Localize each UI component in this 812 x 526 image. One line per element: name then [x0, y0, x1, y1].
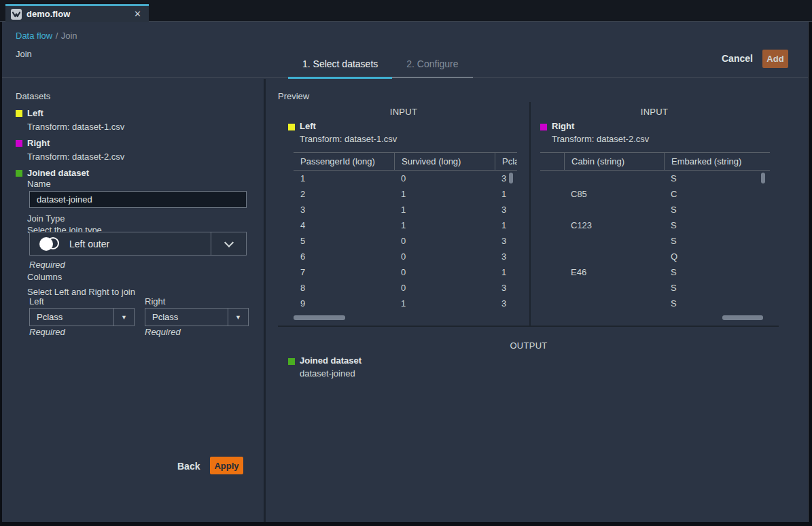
- right-pane-swatch: [540, 124, 547, 130]
- table-cell: 3: [495, 205, 517, 215]
- caret-down-icon: ▼: [113, 309, 134, 326]
- table-cell: 0: [394, 283, 495, 293]
- table-row: C123S: [540, 217, 770, 233]
- preview-bottom-divider: [278, 326, 779, 327]
- table-row: 103: [294, 171, 517, 186]
- datasets-heading: Datasets: [16, 91, 50, 101]
- input-section-title: INPUT: [538, 107, 771, 117]
- table-cell: 1: [495, 267, 517, 277]
- right-dataset-swatch: [16, 140, 22, 147]
- table-row: 211: [294, 186, 517, 202]
- table-row: E46S: [540, 264, 770, 280]
- right-table-horizontal-scrollbar[interactable]: [722, 315, 763, 320]
- table-row: C85C: [540, 186, 770, 202]
- left-pane-detail: Transform: dataset-1.csv: [300, 134, 397, 144]
- right-column-value: Pclass: [145, 312, 228, 322]
- left-table-vertical-scrollbar[interactable]: [509, 173, 513, 183]
- table-cell: 7: [294, 267, 394, 277]
- input-section-title: INPUT: [278, 107, 529, 117]
- table-body: SC85CSC123SSQE46SSS: [540, 171, 770, 311]
- table-cell: 0: [394, 251, 495, 262]
- table-body: 103211313411503603701803913: [294, 171, 517, 311]
- table-row: S: [540, 171, 770, 186]
- table-cell: C85: [564, 189, 664, 199]
- table-cell: 2: [294, 189, 394, 199]
- flow-file-icon: [11, 9, 22, 20]
- table-cell: S: [664, 205, 768, 215]
- table-cell: 3: [495, 251, 517, 262]
- right-dataset-name: Right: [27, 138, 50, 148]
- name-label: Name: [27, 179, 51, 189]
- wizard-steps: 1. Select datasets 2. Configure: [288, 58, 473, 79]
- table-row: S: [540, 233, 770, 249]
- apply-button[interactable]: Apply: [210, 457, 243, 474]
- joined-name-input[interactable]: [29, 191, 247, 208]
- output-section-title: OUTPUT: [278, 340, 779, 351]
- output-name: Joined dataset: [300, 355, 361, 366]
- table-row: 503: [294, 233, 517, 249]
- table-cell: 3: [495, 236, 517, 246]
- column-header: Cabin (string): [564, 153, 664, 170]
- close-icon[interactable]: ✕: [132, 9, 143, 19]
- right-pane-detail: Transform: dataset-2.csv: [552, 134, 649, 144]
- cancel-button[interactable]: Cancel: [722, 53, 753, 64]
- breadcrumb-data-flow-link[interactable]: Data flow: [16, 31, 52, 41]
- tab-configure[interactable]: 2. Configure: [392, 58, 472, 78]
- table-cell: E46: [564, 267, 664, 277]
- left-column-select[interactable]: Pclass ▼: [29, 308, 135, 326]
- left-dataset-swatch: [16, 110, 22, 117]
- column-header: Embarked (string): [664, 153, 768, 170]
- columns-hint: Select Left and Right to join: [27, 287, 135, 297]
- table-cell: 1: [495, 220, 517, 230]
- table-cell: 1: [394, 189, 495, 199]
- left-table-horizontal-scrollbar[interactable]: [294, 315, 345, 320]
- table-cell: S: [664, 220, 768, 230]
- table-cell: 3: [495, 173, 517, 183]
- table-cell: 0: [394, 236, 495, 246]
- joined-dataset-name: Joined dataset: [27, 168, 89, 178]
- breadcrumb: Data flow / Join: [16, 29, 77, 41]
- table-cell: 1: [394, 205, 495, 215]
- left-input-table: PassengerId (long) Survived (long) Pclas…: [294, 152, 517, 311]
- table-row: S: [540, 202, 770, 217]
- output-detail: dataset-joined: [300, 368, 355, 379]
- table-cell: S: [664, 173, 768, 183]
- table-cell: 3: [495, 283, 517, 293]
- table-row: 803: [294, 280, 517, 296]
- tab-title: demo.flow: [27, 9, 127, 19]
- table-cell: 1: [495, 189, 517, 199]
- right-input-table: Cabin (string) Embarked (string) SC85CSC…: [540, 152, 770, 311]
- table-row: 411: [294, 217, 517, 233]
- left-pane-swatch: [288, 124, 295, 130]
- table-row: 313: [294, 202, 517, 217]
- table-cell: 1: [394, 298, 495, 309]
- add-button[interactable]: Add: [762, 50, 788, 68]
- table-row: S: [540, 296, 770, 311]
- joined-dataset-swatch: [16, 170, 22, 177]
- right-pane-name: Right: [552, 121, 574, 131]
- left-column-value: Pclass: [30, 312, 113, 322]
- table-cell: 0: [394, 267, 495, 277]
- breadcrumb-current: Join: [61, 31, 77, 41]
- left-column-label: Left: [29, 296, 44, 306]
- right-column-select[interactable]: Pclass ▼: [145, 308, 249, 326]
- join-type-required: Required: [29, 260, 65, 270]
- join-type-caret-zone[interactable]: [211, 232, 246, 255]
- join-type-select[interactable]: Left outer: [29, 232, 247, 256]
- column-header: Survived (long): [394, 153, 495, 170]
- table-cell: C123: [564, 220, 664, 230]
- table-header: PassengerId (long) Survived (long) Pclas…: [294, 152, 517, 171]
- page-title: Join: [16, 49, 32, 59]
- back-button[interactable]: Back: [177, 461, 200, 472]
- output-swatch: [288, 358, 295, 365]
- caret-down-icon: ▼: [228, 309, 248, 326]
- breadcrumb-separator: /: [56, 31, 58, 41]
- table-cell: 3: [495, 298, 517, 309]
- right-dataset-detail: Transform: dataset-2.csv: [27, 152, 124, 162]
- tab-demo-flow[interactable]: demo.flow ✕: [5, 4, 149, 22]
- header: Data flow / Join Join 1. Select datasets…: [2, 22, 808, 78]
- table-row: 913: [294, 296, 517, 311]
- tab-select-datasets[interactable]: 1. Select datasets: [288, 58, 392, 79]
- right-table-vertical-scrollbar[interactable]: [761, 173, 765, 183]
- table-row: S: [540, 280, 770, 296]
